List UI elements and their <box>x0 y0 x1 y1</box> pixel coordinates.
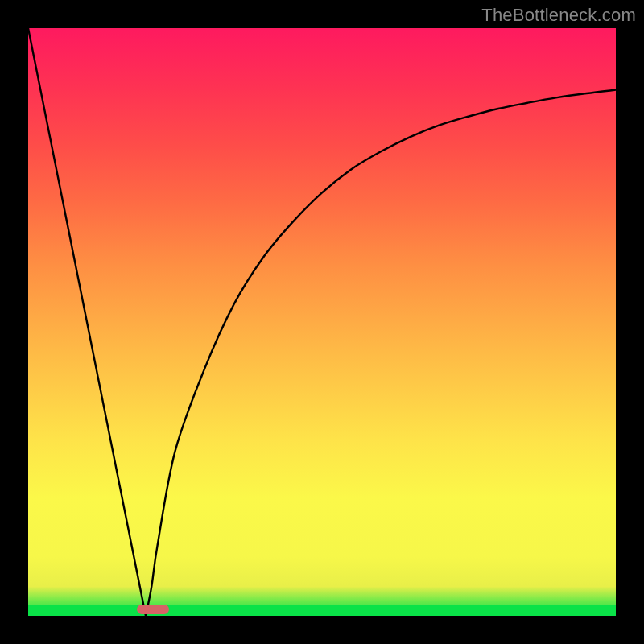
optimal-range-marker <box>137 605 169 614</box>
plot-area <box>28 28 616 616</box>
chart-frame: TheBottleneck.com <box>0 0 644 644</box>
bottleneck-curve <box>28 28 616 616</box>
watermark-text: TheBottleneck.com <box>481 5 636 26</box>
curve-svg <box>28 28 616 616</box>
